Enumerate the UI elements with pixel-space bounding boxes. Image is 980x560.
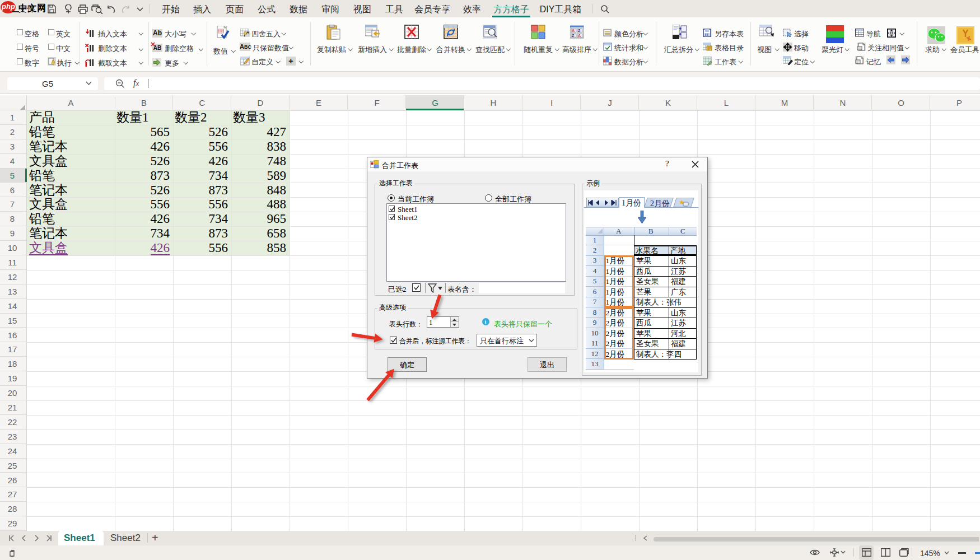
svg-text:A: A — [572, 29, 575, 32]
svg-text:A: A — [578, 34, 581, 38]
svg-text:Z: Z — [572, 34, 575, 38]
svg-text:Z: Z — [578, 29, 581, 32]
